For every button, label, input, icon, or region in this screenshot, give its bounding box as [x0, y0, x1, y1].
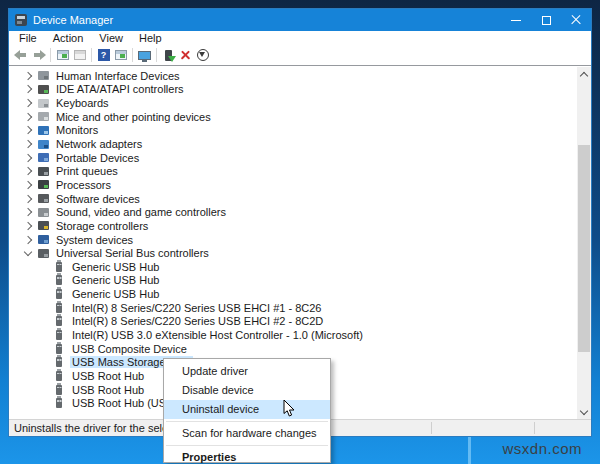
- scan-hardware-icon[interactable]: [194, 47, 211, 63]
- chevron-right-icon[interactable]: [24, 72, 32, 80]
- system-device-icon: [38, 235, 49, 244]
- tree-device-label: Intel(R) 8 Series/C220 Series USB EHCI #…: [70, 302, 323, 314]
- processor-icon: [38, 180, 49, 189]
- tree-device-label: Intel(R) 8 Series/C220 Series USB EHCI #…: [70, 315, 325, 327]
- tree-category-label: Sound, video and game controllers: [54, 206, 228, 218]
- tree-device-row[interactable]: Generic USB Hub: [9, 260, 591, 274]
- context-menu: Update driverDisable deviceUninstall dev…: [163, 358, 331, 463]
- export-list-icon[interactable]: [71, 47, 88, 63]
- tree-device-label: Generic USB Hub: [70, 288, 161, 300]
- tree-device-row[interactable]: Intel(R) 8 Series/C220 Series USB EHCI #…: [9, 315, 591, 329]
- tree-category-row[interactable]: Storage controllers: [9, 219, 591, 233]
- window-controls: [501, 9, 591, 31]
- tree-category-label: Monitors: [54, 124, 100, 136]
- tree-category-row[interactable]: Universal Serial Bus controllers: [9, 246, 591, 260]
- storage-controller-icon: [38, 221, 49, 230]
- maximize-icon: [542, 16, 551, 25]
- tree-device-row[interactable]: Intel(R) USB 3.0 eXtensible Host Control…: [9, 328, 591, 342]
- usb-device-icon: [56, 262, 62, 272]
- chevron-right-icon[interactable]: [24, 222, 32, 230]
- context-menu-item-properties[interactable]: Properties: [164, 448, 330, 464]
- tree-category-row[interactable]: IDE ATA/ATAPI controllers: [9, 83, 591, 97]
- tree-category-label: Portable Devices: [54, 152, 141, 164]
- back-icon[interactable]: [13, 47, 30, 63]
- desktop-light-beam: [468, 437, 471, 464]
- tree-category-row[interactable]: Human Interface Devices: [9, 69, 591, 83]
- tree-category-label: Processors: [54, 179, 113, 191]
- tree-category-row[interactable]: Network adapters: [9, 137, 591, 151]
- usb-device-icon: [56, 357, 62, 367]
- tree-category-row[interactable]: Keyboards: [9, 96, 591, 110]
- tree-category-row[interactable]: Software devices: [9, 192, 591, 206]
- uninstall-icon[interactable]: [177, 47, 194, 63]
- help-icon[interactable]: ?: [95, 47, 112, 63]
- forward-icon[interactable]: [30, 47, 47, 63]
- tree-device-row[interactable]: USB Composite Device: [9, 342, 591, 356]
- scrollbar-thumb[interactable]: [578, 145, 590, 352]
- context-menu-item-disable-device[interactable]: Disable device: [164, 381, 330, 400]
- chevron-right-icon[interactable]: [24, 126, 32, 134]
- chevron-up-icon: [580, 71, 588, 79]
- tree-device-label: Intel(R) USB 3.0 eXtensible Host Control…: [70, 329, 365, 341]
- chevron-right-icon[interactable]: [24, 140, 32, 148]
- computer-icon[interactable]: [136, 47, 153, 63]
- toolbar: ?: [9, 45, 591, 65]
- close-button[interactable]: [561, 9, 591, 31]
- tree-category-row[interactable]: Processors: [9, 178, 591, 192]
- minimize-button[interactable]: [501, 9, 531, 31]
- scroll-up-button[interactable]: [577, 67, 591, 81]
- device-manager-app-icon: [15, 14, 27, 26]
- monitor-icon: [38, 126, 49, 135]
- tree-category-label: Storage controllers: [54, 220, 150, 232]
- tree-category-row[interactable]: Mice and other pointing devices: [9, 110, 591, 124]
- chevron-right-icon[interactable]: [24, 167, 32, 175]
- tree-category-row[interactable]: System devices: [9, 233, 591, 247]
- tree-device-row[interactable]: Generic USB Hub: [9, 274, 591, 288]
- chevron-right-icon[interactable]: [24, 194, 32, 202]
- context-menu-separator: [166, 445, 328, 446]
- speaker-icon: [38, 208, 49, 217]
- update-driver-icon[interactable]: [160, 47, 177, 63]
- vertical-scrollbar[interactable]: [577, 67, 591, 419]
- properties-icon[interactable]: [112, 47, 129, 63]
- tree-category-label: Keyboards: [54, 97, 111, 109]
- context-menu-item-scan-for-hardware-changes[interactable]: Scan for hardware changes: [164, 424, 330, 443]
- chevron-right-icon[interactable]: [24, 208, 32, 216]
- software-device-icon: [38, 194, 49, 203]
- tree-category-row[interactable]: Print queues: [9, 164, 591, 178]
- scroll-down-button[interactable]: [577, 405, 591, 419]
- tree-device-label: Generic USB Hub: [70, 261, 161, 273]
- tree-category-label: Software devices: [54, 193, 142, 205]
- tree-device-label: USB Root Hub: [70, 370, 146, 382]
- tree-device-label: Generic USB Hub: [70, 274, 161, 286]
- tree-category-row[interactable]: Portable Devices: [9, 151, 591, 165]
- tree-device-row[interactable]: Intel(R) 8 Series/C220 Series USB EHCI #…: [9, 301, 591, 315]
- chevron-right-icon[interactable]: [24, 99, 32, 107]
- chevron-right-icon[interactable]: [24, 235, 32, 243]
- title-bar[interactable]: Device Manager: [9, 9, 591, 31]
- menu-view[interactable]: View: [91, 32, 131, 44]
- chevron-right-icon[interactable]: [24, 181, 32, 189]
- chevron-down-icon[interactable]: [24, 248, 32, 256]
- tree-category-row[interactable]: Monitors: [9, 124, 591, 138]
- context-menu-item-update-driver[interactable]: Update driver: [164, 362, 330, 381]
- tree-category-label: IDE ATA/ATAPI controllers: [54, 83, 186, 95]
- status-divider: [534, 422, 535, 434]
- menu-help[interactable]: Help: [131, 32, 170, 44]
- tree-device-row[interactable]: Generic USB Hub: [9, 287, 591, 301]
- usb-device-icon: [56, 371, 62, 381]
- menu-file[interactable]: File: [11, 32, 45, 44]
- mouse-icon: [38, 112, 49, 121]
- menu-action[interactable]: Action: [45, 32, 92, 44]
- chevron-right-icon[interactable]: [24, 85, 32, 93]
- usb-device-icon: [56, 385, 62, 395]
- show-console-tree-icon[interactable]: [54, 47, 71, 63]
- maximize-button[interactable]: [531, 9, 561, 31]
- portable-device-icon: [38, 153, 49, 162]
- tree-category-row[interactable]: Sound, video and game controllers: [9, 205, 591, 219]
- usb-device-icon: [56, 344, 62, 354]
- context-menu-item-uninstall-device[interactable]: Uninstall device: [164, 400, 330, 419]
- chevron-right-icon[interactable]: [24, 153, 32, 161]
- chevron-right-icon[interactable]: [24, 112, 32, 120]
- usb-device-icon: [56, 303, 62, 313]
